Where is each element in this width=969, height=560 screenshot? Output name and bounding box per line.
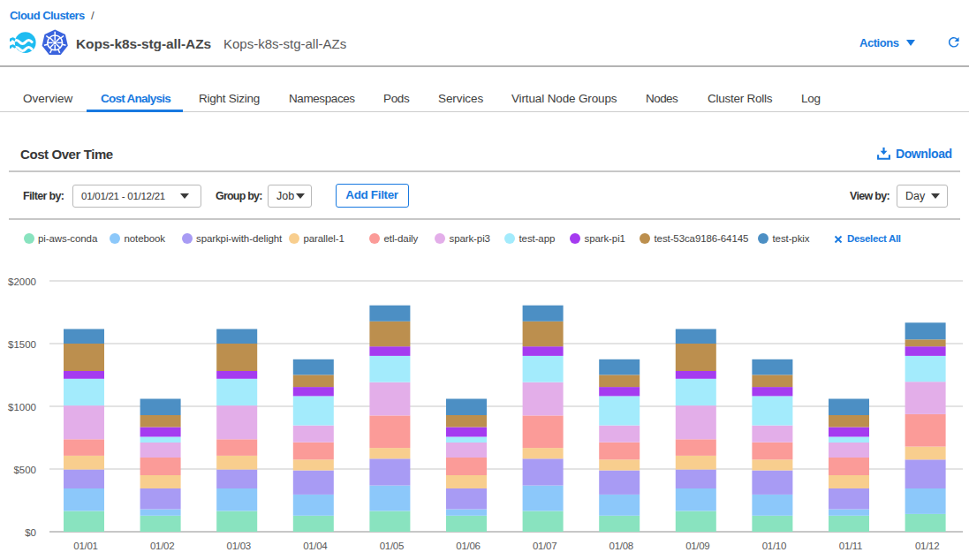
svg-text:01/04: 01/04 — [303, 541, 328, 551]
svg-text:01/02: 01/02 — [150, 541, 174, 551]
svg-text:01/07: 01/07 — [533, 541, 556, 551]
svg-text:01/10: 01/10 — [762, 541, 786, 551]
svg-text:01/01: 01/01 — [73, 541, 97, 551]
svg-text:$1000: $1000 — [8, 402, 36, 412]
svg-text:01/03: 01/03 — [227, 541, 251, 551]
svg-text:$0: $0 — [25, 527, 36, 538]
svg-text:$2000: $2000 — [8, 276, 36, 287]
svg-text:$500: $500 — [13, 465, 36, 475]
svg-text:01/11: 01/11 — [839, 541, 862, 551]
svg-text:01/09: 01/09 — [685, 541, 709, 551]
svg-text:01/06: 01/06 — [456, 541, 480, 551]
svg-text:01/08: 01/08 — [609, 541, 633, 551]
svg-text:01/12: 01/12 — [915, 541, 939, 551]
svg-text:01/05: 01/05 — [380, 541, 404, 551]
svg-text:$1500: $1500 — [8, 339, 36, 350]
